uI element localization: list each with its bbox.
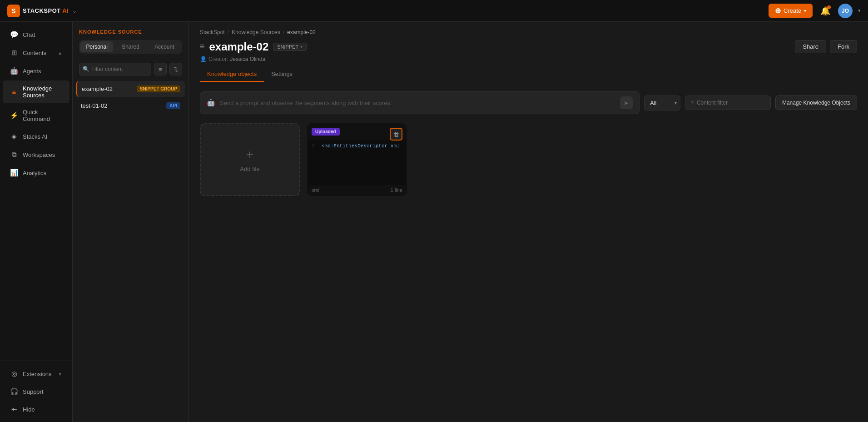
content-filter-icon: ≡: [691, 100, 694, 106]
create-chevron-icon: ▾: [804, 8, 806, 13]
tab-settings[interactable]: Settings: [264, 67, 300, 82]
topbar-right: ⊕ Create ▾ 🔔 JO ▾: [769, 4, 861, 18]
manage-knowledge-objects-button[interactable]: Manage Knowledge Objects: [775, 95, 857, 110]
delete-file-button[interactable]: 🗑: [390, 128, 402, 141]
sidebar-item-chat[interactable]: 💬 Chat: [3, 26, 69, 43]
content-filter-wrap: ≡: [685, 95, 771, 110]
breadcrumb-current: example-02: [287, 29, 316, 35]
content-filter-input[interactable]: [697, 100, 765, 106]
workspaces-icon: ⧉: [10, 151, 18, 159]
support-icon: 🎧: [10, 387, 18, 396]
sidebar-label-support: Support: [23, 388, 44, 395]
title-left: ≡ example-02 SNIPPET ▾: [200, 40, 307, 53]
sidebar-item-analytics[interactable]: 📊 Analytics: [3, 164, 69, 181]
add-file-card[interactable]: + Add file: [200, 123, 300, 196]
filter-select[interactable]: All: [644, 95, 680, 111]
contents-icon: ⊞: [10, 49, 18, 57]
snippet-badge: SNIPPET ▾: [273, 43, 307, 51]
tab-knowledge-objects[interactable]: Knowledge objects: [200, 67, 264, 82]
sidebar-item-support[interactable]: 🎧 Support: [3, 383, 69, 400]
logo-chevron-icon[interactable]: ⌄: [72, 8, 77, 14]
file-line-count: 1 line: [391, 187, 402, 193]
sidebar-label-extensions: Extensions: [23, 371, 52, 377]
ks-item-name-example-02: example-02: [82, 85, 113, 92]
avatar-chevron-icon[interactable]: ▾: [858, 8, 861, 14]
sidebar-item-hide[interactable]: ⇤ Hide: [3, 401, 69, 418]
file-type-label: xml: [312, 187, 319, 193]
ks-panel-title: KNOWLEDGE SOURCE: [79, 29, 182, 35]
sidebar-label-chat: Chat: [23, 31, 35, 38]
extensions-icon: ◎: [10, 370, 18, 378]
ks-tab-personal[interactable]: Personal: [80, 41, 113, 52]
creator-row: 👤 Creator: Jessica Olinda: [200, 56, 857, 62]
ks-list-item-example-02[interactable]: example-02 Snippet Group: [76, 81, 185, 97]
badge-snippet-group: Snippet Group: [137, 85, 180, 92]
chat-icon: 💬: [10, 30, 18, 39]
title-row: ≡ example-02 SNIPPET ▾ Share Fork: [200, 40, 857, 53]
sidebar-item-knowledge-sources[interactable]: ≡ Knowledge Sources: [3, 80, 69, 103]
knowledge-source-panel: KNOWLEDGE SOURCE Personal Shared Account…: [73, 22, 189, 422]
fork-button[interactable]: Fork: [830, 40, 857, 53]
create-button[interactable]: ⊕ Create ▾: [769, 4, 813, 18]
line-number: 1: [312, 143, 318, 149]
sidebar-item-stacks-ai[interactable]: ◈ Stacks AI: [3, 128, 69, 145]
ks-panel-header: KNOWLEDGE SOURCE Personal Shared Account: [73, 22, 188, 58]
sidebar-item-agents[interactable]: 🤖 Agents: [3, 62, 69, 80]
logo[interactable]: S STACKSPOT AI: [7, 5, 69, 17]
breadcrumb-knowledge-sources[interactable]: Knowledge Sources: [232, 29, 280, 35]
notification-button[interactable]: 🔔: [818, 4, 833, 18]
content-header: StackSpot / Knowledge Sources / example-…: [189, 22, 868, 82]
sidebar-label-agents: Agents: [23, 68, 41, 75]
ks-tabs: Personal Shared Account: [79, 40, 182, 54]
logo-text: STACKSPOT AI: [23, 7, 69, 14]
add-file-label: Add file: [240, 166, 259, 172]
sidebar-item-workspaces[interactable]: ⧉ Workspaces: [3, 146, 69, 163]
snippet-badge-label: SNIPPET: [277, 44, 298, 50]
breadcrumb-stackspot[interactable]: StackSpot: [200, 29, 225, 35]
breadcrumb-sep-2: /: [283, 29, 284, 35]
creator-name: Jessica Olinda: [230, 56, 265, 62]
share-button[interactable]: Share: [795, 40, 826, 53]
sidebar-bottom: ◎ Extensions ▼ 🎧 Support ⇤ Hide: [0, 361, 72, 418]
main-content: StackSpot / Knowledge Sources / example-…: [189, 22, 868, 422]
ks-search-wrap: 🔍: [79, 63, 151, 75]
sidebar-label-hide: Hide: [23, 406, 35, 413]
file-card: Uploaded 🗑 1 <md:EntitiesDescriptor xml …: [307, 123, 407, 196]
create-plus-icon: ⊕: [775, 6, 781, 15]
notification-dot: [827, 5, 831, 9]
sidebar-item-extensions[interactable]: ◎ Extensions ▼: [3, 365, 69, 382]
ks-tab-account[interactable]: Account: [148, 41, 181, 52]
ks-list-item-test-01-02[interactable]: test-01-02 API: [76, 98, 185, 114]
filter-button[interactable]: ≡: [154, 63, 167, 75]
prompt-placeholder-text: Send a prompt and observe the segments a…: [220, 100, 615, 106]
sidebar-item-quick-command[interactable]: ⚡ Quick Command: [3, 104, 69, 127]
breadcrumb: StackSpot / Knowledge Sources / example-…: [200, 29, 857, 35]
add-file-plus-icon: +: [246, 147, 253, 162]
ks-item-name-test-01-02: test-01-02: [81, 102, 108, 109]
main-layout: 💬 Chat ⊞ Contents ▲ 🤖 Agents ≡ Knowledge…: [0, 22, 868, 422]
topbar: S STACKSPOT AI ⌄ ⊕ Create ▾ 🔔 JO ▾: [0, 0, 868, 22]
snippet-badge-chevron-icon[interactable]: ▾: [300, 44, 303, 49]
quick-command-icon: ⚡: [10, 111, 18, 120]
uploaded-badge: Uploaded: [312, 128, 340, 136]
title-actions: Share Fork: [795, 40, 857, 53]
ks-tab-shared[interactable]: Shared: [114, 41, 147, 52]
analytics-icon: 📊: [10, 169, 18, 177]
file-card-header: Uploaded 🗑: [308, 124, 406, 141]
sidebar-item-contents[interactable]: ⊞ Contents ▲: [3, 44, 69, 61]
sidebar: 💬 Chat ⊞ Contents ▲ 🤖 Agents ≡ Knowledge…: [0, 22, 73, 422]
prompt-send-button[interactable]: ➤: [620, 96, 633, 109]
logo-icon: S: [7, 5, 20, 17]
file-grid: + Add file Uploaded 🗑 1 <md:EntitiesDesc…: [200, 123, 857, 196]
knowledge-sources-icon: ≡: [10, 88, 18, 96]
sidebar-label-analytics: Analytics: [23, 170, 46, 176]
prompt-row: 🤖 Send a prompt and observe the segments…: [200, 91, 857, 114]
sidebar-label-knowledge-sources: Knowledge Sources: [23, 85, 62, 99]
prompt-robot-icon: 🤖: [207, 99, 215, 107]
create-label: Create: [784, 7, 801, 14]
search-input[interactable]: [79, 63, 151, 75]
avatar[interactable]: JO: [838, 4, 853, 18]
file-card-footer: xml 1 line: [308, 185, 406, 195]
content-body: 🤖 Send a prompt and observe the segments…: [189, 82, 868, 422]
sort-button[interactable]: ⇅: [169, 63, 182, 75]
